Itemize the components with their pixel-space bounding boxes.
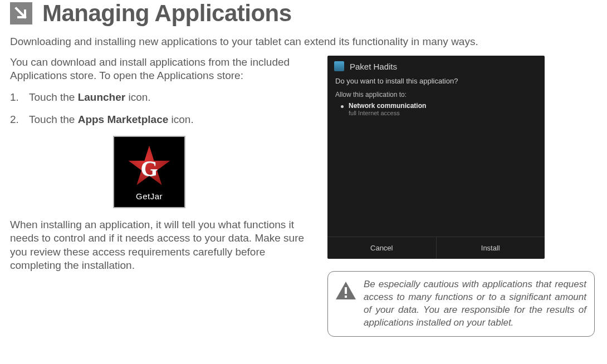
step-suffix: icon. (125, 91, 150, 103)
dialog-question: Do you want to install this application? (327, 76, 545, 91)
step-number: 2. (10, 113, 29, 127)
getjar-star-icon: G (128, 146, 171, 189)
svg-rect-0 (345, 287, 347, 294)
install-button[interactable]: Install (436, 237, 545, 259)
step-suffix: icon. (168, 114, 193, 125)
install-warning-text: When installing an application, it will … (10, 218, 311, 272)
step-text: Touch the Apps Marketplace icon. (29, 113, 194, 127)
svg-rect-1 (345, 296, 347, 298)
step-prefix: Touch the (29, 91, 78, 103)
step-number: 1. (10, 91, 29, 105)
caution-text: Be especially cautious with applications… (364, 278, 586, 329)
android-install-dialog: Paket Hadits Do you want to install this… (327, 56, 545, 259)
step-text: Touch the Launcher icon. (29, 91, 151, 105)
permission-sub: full Internet access (349, 110, 537, 116)
caution-callout: Be especially cautious with applications… (327, 271, 595, 337)
dialog-app-name: Paket Hadits (350, 62, 397, 71)
intro-text: Downloading and installing new applicati… (0, 32, 607, 48)
getjar-label: GetJar (136, 191, 163, 201)
page-title: Managing Applications (42, 0, 292, 27)
step-bold: Apps Marketplace (78, 114, 169, 125)
arrow-down-right-icon (10, 2, 32, 24)
getjar-app-icon: G GetJar (113, 136, 185, 208)
step-prefix: Touch the (29, 114, 78, 125)
step-2: 2. Touch the Apps Marketplace icon. (10, 113, 311, 127)
permission-head: Network communication (349, 102, 537, 110)
dialog-permission-item: Network communication full Internet acce… (327, 102, 545, 116)
cancel-button[interactable]: Cancel (327, 237, 436, 259)
getjar-letter: G (140, 155, 158, 181)
app-small-icon (334, 61, 344, 71)
step-1: 1. Touch the Launcher icon. (10, 91, 311, 105)
dialog-allow-label: Allow this application to: (327, 91, 545, 102)
step-bold: Launcher (78, 91, 126, 103)
warning-icon (335, 281, 357, 303)
store-intro-text: You can download and install application… (10, 56, 311, 83)
